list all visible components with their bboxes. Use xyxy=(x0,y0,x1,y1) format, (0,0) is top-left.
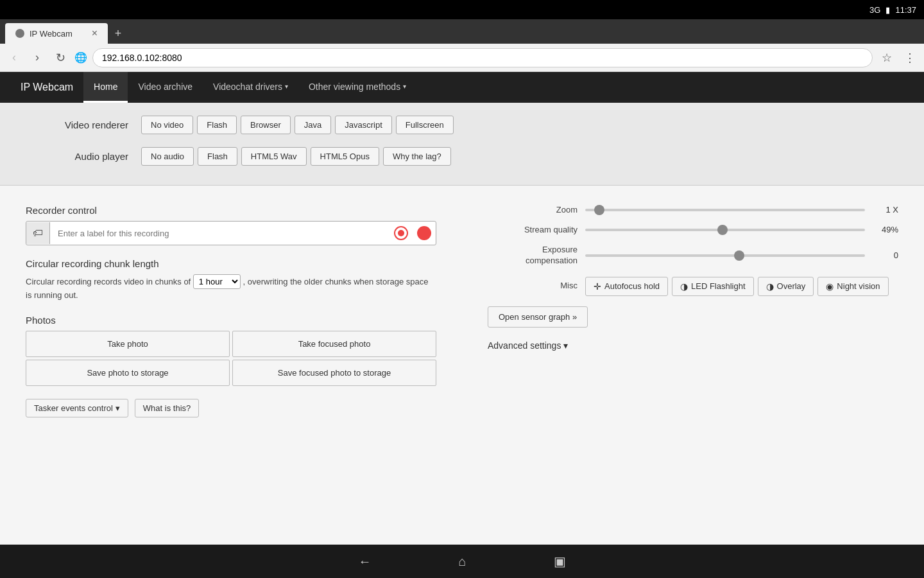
bookmark-button[interactable]: ☆ xyxy=(878,49,896,67)
night-vision-icon: ◉ xyxy=(826,281,834,292)
zoom-slider-track[interactable] xyxy=(585,209,865,211)
android-home-button[interactable]: ⌂ xyxy=(453,549,471,574)
javascript-button[interactable]: Javascript xyxy=(335,116,392,134)
what-is-this-button[interactable]: What is this? xyxy=(135,399,199,417)
take-focused-photo-button[interactable]: Take focused photo xyxy=(232,331,436,357)
record-filled-button[interactable] xyxy=(413,222,436,245)
address-bar-row: ‹ › ↻ 🌐 ☆ ⋮ xyxy=(0,44,924,72)
forward-button[interactable]: › xyxy=(28,49,46,67)
stream-quality-slider-track[interactable] xyxy=(585,229,865,231)
nav-bar: IP Webcam Home Video archive Videochat d… xyxy=(0,72,924,103)
photos-section: Photos Take photo Take focused photo Sav… xyxy=(26,315,436,386)
flash-video-button[interactable]: Flash xyxy=(197,116,237,134)
right-panel: Zoom 1 X Stream quality 49% Exposu xyxy=(462,205,898,525)
tab-close-button[interactable]: × xyxy=(92,28,98,39)
exposure-slider-track[interactable] xyxy=(585,254,865,257)
new-tab-button[interactable]: + xyxy=(108,23,128,44)
sensor-graph-button[interactable]: Open sensor graph » xyxy=(488,306,588,328)
html5-opus-button[interactable]: HTML5 Opus xyxy=(311,147,379,166)
chunk-length-select[interactable]: 15 min 30 min 1 hour 2 hours 4 hours xyxy=(193,274,241,289)
lower-section: Recorder control 🏷 Circular reco xyxy=(0,186,924,545)
save-focused-photo-button[interactable]: Save focused photo to storage xyxy=(232,360,436,386)
sensor-graph-row: Open sensor graph » xyxy=(488,306,898,328)
misc-label: Misc xyxy=(488,277,578,290)
nav-brand: IP Webcam xyxy=(10,72,83,103)
videochat-dropdown-icon: ▾ xyxy=(285,83,288,90)
circular-recording-section: Circular recording chunk length Circular… xyxy=(26,258,436,302)
zoom-value: 1 X xyxy=(873,205,898,215)
record-outline-button[interactable] xyxy=(389,222,413,245)
overlay-icon: ◑ xyxy=(766,281,774,292)
browser-button[interactable]: Browser xyxy=(241,116,291,134)
tag-button[interactable]: 🏷 xyxy=(26,222,50,244)
photos-grid: Take photo Take focused photo Save photo… xyxy=(26,331,436,386)
record-outline-icon xyxy=(394,226,408,240)
signal-indicator: 3G xyxy=(869,5,880,15)
audio-player-label: Audio player xyxy=(26,151,128,162)
tasker-dropdown-icon: ▾ xyxy=(116,403,120,413)
zoom-slider-row: Zoom 1 X xyxy=(488,205,898,215)
nav-item-videochat-drivers[interactable]: Videochat drivers ▾ xyxy=(203,72,298,103)
left-panel: Recorder control 🏷 Circular reco xyxy=(26,205,436,525)
save-photo-button[interactable]: Save photo to storage xyxy=(26,360,230,386)
browser-tabs-bar: IP Webcam × + xyxy=(0,19,924,44)
browser-menu-button[interactable]: ⋮ xyxy=(901,49,919,67)
time-display: 11:37 xyxy=(895,5,916,15)
audio-player-buttons: No audio Flash HTML5 Wav HTML5 Opus Why … xyxy=(141,147,451,166)
exposure-slider-thumb[interactable] xyxy=(734,250,744,261)
take-photo-button[interactable]: Take photo xyxy=(26,331,230,357)
stream-quality-slider-row: Stream quality 49% xyxy=(488,225,898,234)
content-area: Video renderer No video Flash Browser Ja… xyxy=(0,103,924,545)
led-flashlight-button[interactable]: ◑ LED Flashlight xyxy=(672,277,754,296)
circular-recording-description: Circular recording records video in chun… xyxy=(26,274,436,302)
recorder-control-section: Recorder control 🏷 xyxy=(26,205,436,245)
recorder-control-title: Recorder control xyxy=(26,205,436,216)
nav-item-home[interactable]: Home xyxy=(83,72,128,103)
other-viewing-dropdown-icon: ▾ xyxy=(403,83,406,90)
misc-row: Misc ✛ Autofocus hold ◑ LED Flashlight ◑ xyxy=(488,277,898,296)
refresh-button[interactable]: ↻ xyxy=(51,49,69,67)
stream-quality-value: 49% xyxy=(873,225,898,234)
active-tab[interactable]: IP Webcam × xyxy=(5,23,108,44)
autofocus-hold-button[interactable]: ✛ Autofocus hold xyxy=(585,277,668,296)
flash-audio-button[interactable]: Flash xyxy=(198,147,237,166)
html5-wav-button[interactable]: HTML5 Wav xyxy=(241,147,307,166)
stream-quality-slider-thumb[interactable] xyxy=(717,225,728,235)
why-lag-button[interactable]: Why the lag? xyxy=(383,147,451,166)
no-audio-button[interactable]: No audio xyxy=(141,147,194,166)
nav-item-video-archive[interactable]: Video archive xyxy=(128,72,203,103)
android-back-button[interactable]: ← xyxy=(353,549,376,574)
audio-player-row: Audio player No audio Flash HTML5 Wav HT… xyxy=(26,147,898,166)
advanced-settings-row: Advanced settings ▾ xyxy=(488,338,898,353)
nav-item-other-viewing[interactable]: Other viewing methods ▾ xyxy=(298,72,416,103)
android-recents-button[interactable]: ▣ xyxy=(549,548,571,574)
photos-title: Photos xyxy=(26,315,436,326)
autofocus-icon: ✛ xyxy=(594,281,601,292)
java-button[interactable]: Java xyxy=(295,116,331,134)
zoom-label: Zoom xyxy=(488,205,578,215)
tasker-events-button[interactable]: Tasker events control ▾ xyxy=(26,399,128,417)
led-icon: ◑ xyxy=(680,281,688,292)
tab-favicon xyxy=(15,29,24,38)
misc-buttons-group: ✛ Autofocus hold ◑ LED Flashlight ◑ Over… xyxy=(585,277,889,296)
advanced-settings-button[interactable]: Advanced settings ▾ xyxy=(488,338,568,353)
night-vision-button[interactable]: ◉ Night vision xyxy=(817,277,888,296)
advanced-settings-dropdown-icon: ▾ xyxy=(563,340,568,351)
address-input[interactable] xyxy=(92,48,873,67)
video-renderer-row: Video renderer No video Flash Browser Ja… xyxy=(26,116,898,134)
page: 3G ▮ 11:37 IP Webcam × + ‹ › ↻ 🌐 ☆ ⋮ IP … xyxy=(0,0,924,578)
fullscreen-button[interactable]: Fullscreen xyxy=(396,116,454,134)
status-bar: 3G ▮ 11:37 xyxy=(0,0,924,19)
exposure-slider-row: Exposurecompensation 0 xyxy=(488,245,898,267)
back-button[interactable]: ‹ xyxy=(5,49,23,67)
recording-label-input[interactable] xyxy=(50,223,389,243)
stream-quality-label: Stream quality xyxy=(488,225,578,234)
recorder-input-row: 🏷 xyxy=(26,221,436,245)
tab-label: IP Webcam xyxy=(30,29,73,39)
video-renderer-buttons: No video Flash Browser Java Javascript F… xyxy=(141,116,454,134)
exposure-label: Exposurecompensation xyxy=(488,245,578,267)
video-renderer-label: Video renderer xyxy=(26,119,128,130)
zoom-slider-thumb[interactable] xyxy=(594,205,604,215)
no-video-button[interactable]: No video xyxy=(141,116,193,134)
overlay-button[interactable]: ◑ Overlay xyxy=(758,277,814,296)
